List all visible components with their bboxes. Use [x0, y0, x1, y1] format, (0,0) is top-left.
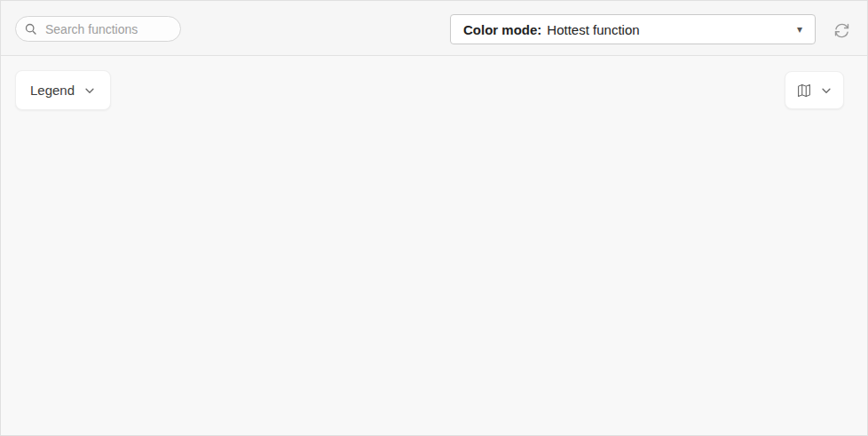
search-box: [15, 16, 181, 42]
chevron-down-icon: [820, 84, 832, 97]
toolbar: Color mode: Hottest function ▾: [1, 1, 867, 56]
color-mode-label: Color mode:: [463, 22, 541, 37]
map-icon: [796, 83, 812, 99]
chevron-down-icon: [83, 84, 96, 97]
refresh-icon: [832, 21, 851, 40]
color-mode-value: Hottest function: [547, 22, 639, 37]
legend-label: Legend: [30, 83, 75, 98]
chevron-down-icon: ▾: [797, 23, 802, 36]
flamegraph-app: No label found_GLOBAL__…_GLOBAL__…_start…: [0, 0, 868, 436]
chart-panel: Legend: [1, 56, 867, 436]
color-mode-select[interactable]: Color mode: Hottest function ▾: [450, 14, 816, 44]
legend-toggle[interactable]: Legend: [15, 70, 111, 110]
search-input[interactable]: [43, 21, 171, 37]
search-icon: [25, 23, 37, 36]
refresh-button[interactable]: [830, 20, 853, 41]
minimap-toggle[interactable]: [785, 71, 844, 109]
